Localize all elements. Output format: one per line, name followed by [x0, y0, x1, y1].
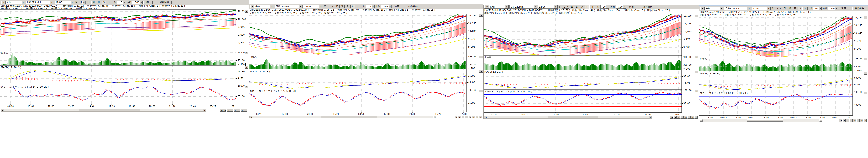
chart-nav-button[interactable]: R [691, 116, 694, 119]
chart-nav-button[interactable]: ▶ [674, 116, 677, 119]
horizontal-scrollbar[interactable]: ◀▶ [700, 119, 823, 122]
horizontal-scrollbar[interactable]: ◀▶ [1, 109, 206, 112]
chart-nav-button[interactable]: x [244, 109, 247, 112]
stoch-pane-label: スロー・ストキャスティクス( 14, 3, 80, 20 ) [484, 90, 532, 93]
chart-nav-button[interactable]: D [853, 119, 856, 122]
axis-collapse-button[interactable]: ▼ [864, 92, 867, 94]
price-axis-label: 9,900 [854, 48, 861, 50]
scroll-left-button[interactable]: ◀ [700, 119, 703, 122]
volume-multiplier-badge: × 100 [682, 67, 691, 70]
price-axis-label: 9,930 [238, 34, 245, 36]
chart-nav-button[interactable]: R [860, 119, 863, 122]
chart-nav-button[interactable]: ▶ [223, 109, 226, 112]
axis-tick [467, 47, 468, 47]
scrollbar-thumb[interactable] [320, 116, 377, 118]
axis-tick [236, 96, 237, 97]
chart-nav-button[interactable]: L [472, 116, 475, 118]
axis-tick [467, 76, 468, 76]
scrollbar-thumb[interactable] [548, 116, 598, 119]
chart-nav-button[interactable]: ◀ [839, 119, 842, 122]
volume-axis-label: 75.00 [238, 59, 245, 62]
horizontal-scrollbar[interactable]: ◀▶ [484, 116, 652, 119]
scroll-left-button[interactable]: ◀ [1, 109, 4, 111]
axis-collapse-button[interactable]: ▼ [864, 58, 867, 60]
chart-nav-button[interactable]: R [475, 116, 478, 118]
chart-nav-button[interactable]: - [680, 116, 684, 119]
time-axis-label: 12:00 [282, 113, 288, 115]
time-axis-label: 03/22 [522, 113, 528, 116]
chart-nav-button[interactable]: - [849, 119, 852, 122]
axis-collapse-button[interactable]: ▼ [864, 72, 867, 75]
axis-collapse-button[interactable]: ▼ [695, 14, 699, 17]
scroll-right-button[interactable]: ▶ [649, 116, 651, 119]
macd-pane-label: MACD( 12, 26, 9 ) [1, 66, 22, 69]
axis-collapse-button[interactable]: ▼ [245, 52, 248, 54]
axis-collapse-button[interactable]: ▼ [695, 56, 699, 58]
chart-nav-button[interactable]: L [857, 119, 860, 122]
chart-nav-button[interactable]: + [846, 119, 849, 122]
time-axis-label: 16:00 [763, 117, 769, 119]
volume-pane-label: 出来高 [1, 52, 8, 55]
scroll-right-button[interactable]: ▶ [203, 109, 206, 111]
scrollbar-thumb[interactable] [79, 109, 141, 111]
axis-collapse-button[interactable]: ▼ [245, 10, 248, 12]
chart-nav-button[interactable]: D [234, 109, 237, 112]
chart-nav-button[interactable]: L [237, 109, 240, 112]
chart-nav-button[interactable]: ▶ [842, 119, 845, 122]
chart-nav-button[interactable]: L [687, 116, 690, 119]
mdi-desktop: ▼先物▼日経225mini▼12/06▼足1◢日週月分T分5◢本数500◢適用複… [0, 0, 868, 158]
time-axis-label: 12:00 [552, 113, 559, 116]
chart-nav-button[interactable]: x [864, 119, 867, 122]
axis-tick [236, 11, 237, 12]
chart-nav-button[interactable]: ▶ [458, 116, 461, 118]
axis-collapse-button[interactable]: ▼ [695, 70, 699, 73]
chart-nav-button[interactable]: - [230, 109, 233, 112]
scrollbar-thumb[interactable] [747, 119, 783, 122]
chart-canvas [249, 4, 484, 119]
chart-nav-button[interactable]: x [479, 116, 482, 118]
axis-collapse-button[interactable]: ▼ [479, 70, 483, 73]
chart-nav-button[interactable]: + [677, 116, 680, 119]
chart-nav-button[interactable]: x [694, 116, 698, 119]
scroll-right-button[interactable]: ▶ [819, 119, 822, 122]
axis-tick [236, 53, 237, 53]
chart-window-15min: ▼先物▼日経225mini▼12/06▼足1◢日週月分T分15◢本数500◢適用… [249, 4, 484, 119]
chart-nav-button[interactable]: + [227, 109, 230, 112]
time-axis-label: 16: [848, 117, 851, 119]
chart-nav-button[interactable]: - [465, 116, 468, 118]
chart-nav-button[interactable]: ◀ [670, 116, 673, 119]
stoch-axis-label: 35.00 [683, 102, 690, 105]
axis-collapse-button[interactable]: ▼ [695, 90, 699, 92]
macd-axis-label: 20.50 [238, 70, 245, 73]
axis-collapse-button[interactable]: ▼ [479, 56, 483, 58]
axis-collapse-button[interactable]: ▼ [864, 16, 867, 19]
axis-collapse-button[interactable]: ▼ [479, 90, 483, 92]
chart-nav-button[interactable]: D [684, 116, 687, 119]
scroll-left-button[interactable]: ◀ [484, 116, 487, 119]
axis-tick [467, 15, 468, 16]
chart-window-5min: ▼先物▼日経225mini▼12/06▼足1◢日週月分T分5◢本数500◢適用複… [0, 0, 249, 113]
time-axis-label: 17:20 [108, 105, 115, 107]
axis-collapse-button[interactable]: ▼ [245, 66, 248, 68]
time-axis-label: 03/26 [7, 105, 13, 107]
scroll-right-button[interactable]: ▶ [433, 116, 436, 118]
axis-tick [682, 83, 683, 83]
time-axis-label: 12:00 [460, 113, 467, 115]
chart-nav-button[interactable]: ◀ [454, 116, 458, 118]
time-axis-label: 20:00 [149, 105, 155, 107]
chart-nav-button[interactable]: D [468, 116, 471, 118]
horizontal-scrollbar[interactable]: ◀▶ [249, 116, 436, 118]
axis-tick [236, 86, 237, 86]
time-axis-label: 03/27 [210, 105, 216, 107]
chart-nav-button[interactable]: + [461, 116, 464, 118]
volume-pane-label: 出来高 [250, 56, 257, 59]
chart-canvas [699, 5, 868, 124]
axis-collapse-button[interactable]: ▼ [245, 85, 248, 88]
chart-nav-button[interactable]: ◀ [220, 109, 223, 112]
axis-tick [682, 39, 683, 40]
stoch-axis-label: 35.00 [238, 95, 245, 98]
axis-collapse-button[interactable]: ▼ [479, 14, 483, 17]
scroll-left-button[interactable]: ◀ [250, 116, 252, 118]
chart-nav-button[interactable]: R [241, 109, 244, 112]
stoch-axis-label: 100.00 [683, 89, 691, 92]
